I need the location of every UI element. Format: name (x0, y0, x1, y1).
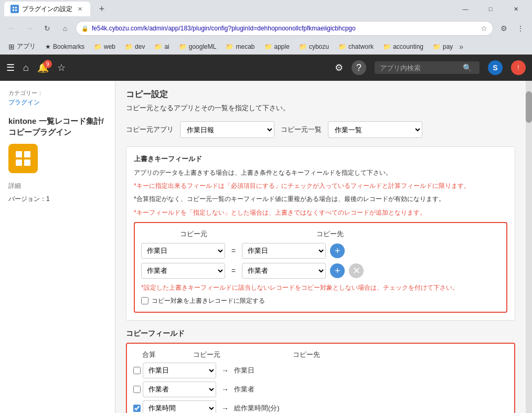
folder-icon: 📁 (226, 43, 233, 50)
bookmark-apps-label: アプリ (17, 42, 36, 51)
menu-icon[interactable]: ☰ (6, 62, 15, 73)
plugin-title: kintone 一覧レコード集計/コピープラグイン (8, 115, 107, 137)
url-bar[interactable]: 🔒 fe54k.cybozu.com/k/admin/app/183/plugi… (76, 21, 493, 36)
overwrite-desc2-text: *キーに指定出来るフィールドは「必須項目にする」にチェックが入っているフィールド… (134, 182, 470, 189)
field-sum-checkbox-1[interactable] (133, 367, 141, 374)
notification-red-badge[interactable]: ! (511, 60, 526, 75)
bookmark-bookmarks[interactable]: ★ Bookmarks (41, 41, 89, 52)
copy-field-row-2: 作業者 → 作業者 (133, 382, 508, 397)
bookmark-mecab[interactable]: 📁 mecab (221, 41, 259, 52)
sidebar-detail-label: 詳細 (8, 182, 107, 190)
help-button[interactable]: ? (352, 60, 366, 75)
add-key-row-button-2[interactable]: + (330, 263, 345, 278)
new-tab-button[interactable]: + (94, 2, 109, 16)
bookmark-accounting[interactable]: 📁 accounting (379, 41, 428, 52)
overwrite-limit-checkbox[interactable] (141, 297, 148, 304)
field-dest-text-1: 作業日 (234, 366, 254, 375)
bookmark-cybozu[interactable]: 📁 cybozu (295, 41, 333, 52)
remove-key-row-button[interactable]: ✕ (349, 263, 364, 278)
svg-rect-2 (13, 9, 14, 11)
search-input[interactable] (380, 64, 459, 72)
copy-source-column-header: コピー元 (141, 229, 246, 239)
active-tab[interactable]: プラグインの設定 ✕ (4, 2, 90, 16)
browser-actions: ⚙ ⋮ (496, 21, 528, 36)
field-source-select-3[interactable]: 作業時間 (143, 400, 216, 413)
settings-gear-icon[interactable]: ⚙ (335, 62, 343, 73)
favorites-star-icon[interactable]: ☆ (57, 62, 66, 73)
key-source-select-2[interactable]: 作業者 (141, 263, 225, 279)
app-header: ☰ ⌂ 🔔 9 ☆ ⚙ ? 🔍 S ! (0, 55, 532, 81)
overwrite-title: 上書きキーフィールド (134, 154, 507, 164)
extensions-button[interactable]: ⚙ (496, 21, 511, 36)
googleml-label: googleML (189, 43, 217, 50)
app-search-bar[interactable]: 🔍 (375, 61, 480, 74)
key-dest-select-1[interactable]: 作業日 (242, 243, 326, 259)
tab-close-button[interactable]: ✕ (76, 5, 84, 13)
lock-icon: 🔒 (81, 25, 89, 32)
dev-label: dev (135, 43, 145, 50)
equals-sign-1: = (229, 247, 238, 255)
overwrite-desc2: *キーに指定出来るフィールドは「必須項目にする」にチェックが入っているフィールド… (134, 181, 507, 191)
bookmark-apps[interactable]: ⊞ アプリ (4, 40, 40, 52)
scrollbar[interactable] (526, 81, 532, 413)
overwrite-desc4-text: *キーフィールドを「指定しない」とした場合は、上書きではなくすべてのレコードが追… (134, 209, 426, 216)
bookmarks-more-button[interactable]: » (459, 43, 463, 51)
home-button[interactable]: ⌂ (58, 21, 72, 36)
field-source-select-1[interactable]: 作業日 (143, 363, 216, 378)
home-icon[interactable]: ⌂ (23, 62, 29, 73)
notifications-bell[interactable]: 🔔 9 (37, 62, 49, 73)
more-menu-button[interactable]: ⋮ (513, 21, 528, 36)
minimize-button[interactable]: — (453, 0, 477, 18)
col-sum-header: 合算 (133, 350, 165, 359)
folder-icon: 📁 (125, 43, 133, 50)
bookmark-pay[interactable]: 📁 pay (429, 41, 457, 52)
notification-count-badge: 9 (44, 60, 52, 68)
section-title: コピー設定 (126, 89, 515, 100)
overwrite-desc4: *キーフィールドを「指定しない」とした場合は、上書きではなくすべてのレコードが追… (134, 208, 507, 218)
bookmark-star-icon[interactable]: ☆ (481, 24, 487, 33)
bookmark-ai[interactable]: 📁 ai (150, 41, 173, 52)
overwrite-desc3: *合算指定がなく、コピー元一覧のキーフィールド値に重複がある場合は、最後のレコー… (134, 194, 507, 204)
bookmarks-bar: ⊞ アプリ ★ Bookmarks 📁 web 📁 dev 📁 ai 📁 goo… (0, 39, 532, 55)
source-list-select[interactable]: 作業一覧 (328, 121, 422, 138)
tab-favicon (10, 5, 19, 13)
key-source-select-1[interactable]: 作業日 (141, 243, 225, 259)
bookmark-dev[interactable]: 📁 dev (121, 41, 149, 52)
reload-button[interactable]: ↻ (40, 21, 55, 36)
field-sum-checkbox-2[interactable] (133, 386, 141, 393)
scrollbar-thumb[interactable] (526, 91, 532, 123)
key-dest-select-2[interactable]: 作業者 (242, 263, 326, 279)
source-list-label: コピー元一覧 (281, 125, 322, 134)
svg-rect-0 (13, 7, 14, 8)
field-source-select-2[interactable]: 作業者 (143, 382, 216, 397)
overwrite-desc1: アプリのデータを上書きする場合は、上書き条件となるキーフィールドを指定して下さい… (134, 168, 507, 178)
copy-field-title: コピーフィールド (126, 329, 515, 338)
maximize-button[interactable]: □ (478, 0, 503, 18)
copy-table-header: コピー元 コピー先 (141, 229, 500, 239)
source-app-select[interactable]: 作業日報 (180, 121, 274, 138)
bookmark-web[interactable]: 📁 web (90, 41, 120, 52)
col-source-header: コピー元 (165, 350, 249, 359)
mecab-label: mecab (236, 43, 254, 50)
field-sum-checkbox-3[interactable] (133, 405, 141, 412)
sidebar: カテゴリー： プラグイン kintone 一覧レコード集計/コピープラグイン 詳… (0, 81, 115, 413)
equals-sign-2: = (229, 267, 238, 275)
back-button[interactable]: ← (4, 21, 19, 36)
bookmarks-label: Bookmarks (53, 43, 84, 50)
source-app-row: コピー元アプリ 作業日報 コピー元一覧 作業一覧 (126, 121, 515, 138)
bookmark-googleml[interactable]: 📁 googleML (175, 41, 221, 52)
bookmark-chatwork[interactable]: 📁 chatwork (334, 41, 378, 52)
main-layout: カテゴリー： プラグイン kintone 一覧レコード集計/コピープラグイン 詳… (0, 81, 532, 413)
search-icon[interactable]: 🔍 (463, 63, 472, 72)
web-label: web (104, 43, 115, 50)
folder-icon: 📁 (299, 43, 307, 50)
sidebar-plugin-link[interactable]: プラグイン (8, 98, 107, 107)
section-subtitle: コピー元となるアプリとその一覧を指定して下さい。 (126, 103, 515, 113)
chatwork-label: chatwork (348, 43, 374, 50)
bookmark-apple[interactable]: 📁 apple (260, 41, 294, 52)
forward-button[interactable]: → (22, 21, 37, 36)
close-button[interactable]: ✕ (504, 0, 528, 18)
add-key-row-button[interactable]: + (330, 243, 345, 258)
user-avatar[interactable]: S (488, 60, 503, 75)
overwrite-key-row-1: 作業日 = 作業日 + (141, 243, 500, 259)
